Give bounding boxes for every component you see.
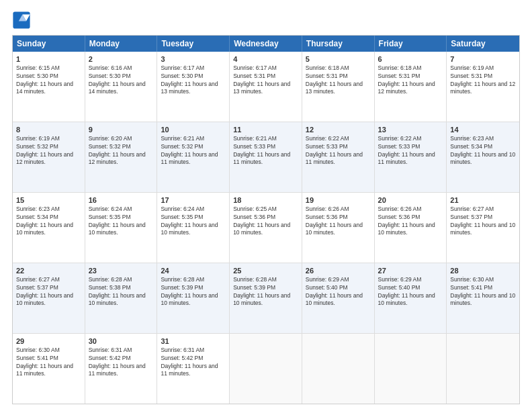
calendar-cell: 24Sunrise: 6:28 AMSunset: 5:39 PMDayligh… — [157, 263, 230, 333]
cell-info: Sunrise: 6:16 AMSunset: 5:30 PMDaylight:… — [89, 64, 146, 95]
cell-info: Sunrise: 6:24 AMSunset: 5:35 PMDaylight:… — [161, 205, 218, 236]
calendar-cell: 2Sunrise: 6:16 AMSunset: 5:30 PMDaylight… — [85, 52, 158, 122]
calendar-cell — [447, 334, 519, 404]
calendar-cell: 22Sunrise: 6:27 AMSunset: 5:37 PMDayligh… — [13, 263, 85, 333]
calendar-row-1: 1Sunrise: 6:15 AMSunset: 5:30 PMDaylight… — [13, 52, 519, 122]
calendar-cell: 17Sunrise: 6:24 AMSunset: 5:35 PMDayligh… — [157, 193, 230, 263]
cell-info: Sunrise: 6:18 AMSunset: 5:31 PMDaylight:… — [378, 64, 435, 95]
cell-info: Sunrise: 6:27 AMSunset: 5:37 PMDaylight:… — [16, 276, 73, 306]
calendar-row-4: 22Sunrise: 6:27 AMSunset: 5:37 PMDayligh… — [13, 263, 519, 334]
calendar-cell: 26Sunrise: 6:29 AMSunset: 5:40 PMDayligh… — [302, 263, 375, 333]
calendar-cell: 8Sunrise: 6:19 AMSunset: 5:32 PMDaylight… — [13, 122, 85, 192]
calendar-cell: 12Sunrise: 6:22 AMSunset: 5:33 PMDayligh… — [302, 122, 375, 192]
calendar-cell: 16Sunrise: 6:24 AMSunset: 5:35 PMDayligh… — [85, 193, 158, 263]
cell-info: Sunrise: 6:26 AMSunset: 5:36 PMDaylight:… — [378, 205, 435, 236]
day-number: 1 — [16, 54, 81, 64]
calendar-cell: 29Sunrise: 6:30 AMSunset: 5:41 PMDayligh… — [13, 334, 85, 404]
day-number: 12 — [306, 125, 371, 134]
calendar-body: 1Sunrise: 6:15 AMSunset: 5:30 PMDaylight… — [13, 52, 519, 404]
header-day-saturday: Saturday — [447, 36, 519, 52]
calendar-cell: 1Sunrise: 6:15 AMSunset: 5:30 PMDaylight… — [13, 52, 85, 122]
calendar-row-5: 29Sunrise: 6:30 AMSunset: 5:41 PMDayligh… — [13, 334, 519, 404]
calendar-cell: 9Sunrise: 6:20 AMSunset: 5:32 PMDaylight… — [85, 122, 158, 192]
cell-info: Sunrise: 6:27 AMSunset: 5:37 PMDaylight:… — [450, 205, 515, 236]
header-day-tuesday: Tuesday — [157, 36, 230, 52]
calendar-cell: 7Sunrise: 6:19 AMSunset: 5:31 PMDaylight… — [447, 52, 519, 122]
calendar-cell: 21Sunrise: 6:27 AMSunset: 5:37 PMDayligh… — [447, 193, 519, 263]
calendar-row-3: 15Sunrise: 6:23 AMSunset: 5:34 PMDayligh… — [13, 193, 519, 263]
calendar-cell: 11Sunrise: 6:21 AMSunset: 5:33 PMDayligh… — [230, 122, 302, 192]
day-number: 25 — [233, 266, 298, 275]
day-number: 23 — [89, 266, 154, 275]
day-number: 24 — [161, 266, 226, 275]
day-number: 8 — [16, 125, 81, 134]
cell-info: Sunrise: 6:24 AMSunset: 5:35 PMDaylight:… — [89, 205, 146, 236]
cell-info: Sunrise: 6:30 AMSunset: 5:41 PMDaylight:… — [450, 276, 515, 306]
cell-info: Sunrise: 6:19 AMSunset: 5:31 PMDaylight:… — [450, 64, 515, 95]
day-number: 10 — [161, 125, 226, 134]
cell-info: Sunrise: 6:23 AMSunset: 5:34 PMDaylight:… — [450, 135, 515, 165]
cell-info: Sunrise: 6:31 AMSunset: 5:42 PMDaylight:… — [89, 347, 146, 377]
cell-info: Sunrise: 6:22 AMSunset: 5:33 PMDaylight:… — [306, 135, 363, 165]
day-number: 15 — [16, 195, 81, 205]
calendar-header: SundayMondayTuesdayWednesdayThursdayFrid… — [13, 36, 519, 52]
day-number: 9 — [89, 125, 154, 134]
day-number: 19 — [306, 195, 371, 205]
logo — [12, 11, 34, 30]
calendar-cell: 5Sunrise: 6:18 AMSunset: 5:31 PMDaylight… — [302, 52, 375, 122]
calendar-cell: 23Sunrise: 6:28 AMSunset: 5:38 PMDayligh… — [85, 263, 158, 333]
cell-info: Sunrise: 6:25 AMSunset: 5:36 PMDaylight:… — [233, 205, 290, 236]
day-number: 26 — [306, 266, 371, 275]
calendar-cell: 18Sunrise: 6:25 AMSunset: 5:36 PMDayligh… — [230, 193, 302, 263]
calendar-cell — [302, 334, 375, 404]
day-number: 11 — [233, 125, 298, 134]
calendar-cell: 25Sunrise: 6:28 AMSunset: 5:39 PMDayligh… — [230, 263, 302, 333]
header-day-sunday: Sunday — [13, 36, 85, 52]
calendar-cell: 20Sunrise: 6:26 AMSunset: 5:36 PMDayligh… — [375, 193, 447, 263]
cell-info: Sunrise: 6:29 AMSunset: 5:40 PMDaylight:… — [306, 276, 363, 306]
cell-info: Sunrise: 6:21 AMSunset: 5:32 PMDaylight:… — [161, 135, 218, 165]
calendar-cell: 14Sunrise: 6:23 AMSunset: 5:34 PMDayligh… — [447, 122, 519, 192]
cell-info: Sunrise: 6:28 AMSunset: 5:38 PMDaylight:… — [89, 276, 146, 306]
logo-icon — [12, 11, 31, 30]
calendar-cell: 10Sunrise: 6:21 AMSunset: 5:32 PMDayligh… — [157, 122, 230, 192]
header-day-wednesday: Wednesday — [230, 36, 302, 52]
day-number: 22 — [16, 266, 81, 275]
calendar-cell: 19Sunrise: 6:26 AMSunset: 5:36 PMDayligh… — [302, 193, 375, 263]
cell-info: Sunrise: 6:17 AMSunset: 5:31 PMDaylight:… — [233, 64, 290, 95]
day-number: 28 — [450, 266, 516, 275]
calendar-cell: 31Sunrise: 6:31 AMSunset: 5:42 PMDayligh… — [157, 334, 230, 404]
day-number: 17 — [161, 195, 226, 205]
day-number: 21 — [450, 195, 516, 205]
cell-info: Sunrise: 6:18 AMSunset: 5:31 PMDaylight:… — [306, 64, 363, 95]
calendar-cell: 13Sunrise: 6:22 AMSunset: 5:33 PMDayligh… — [375, 122, 447, 192]
cell-info: Sunrise: 6:20 AMSunset: 5:32 PMDaylight:… — [89, 135, 146, 165]
header-day-thursday: Thursday — [302, 36, 375, 52]
day-number: 16 — [89, 195, 154, 205]
day-number: 5 — [306, 54, 371, 64]
day-number: 3 — [161, 54, 226, 64]
calendar: SundayMondayTuesdayWednesdayThursdayFrid… — [12, 35, 520, 404]
cell-info: Sunrise: 6:30 AMSunset: 5:41 PMDaylight:… — [16, 347, 73, 377]
calendar-cell: 6Sunrise: 6:18 AMSunset: 5:31 PMDaylight… — [375, 52, 447, 122]
day-number: 7 — [450, 54, 516, 64]
header — [12, 11, 520, 30]
cell-info: Sunrise: 6:22 AMSunset: 5:33 PMDaylight:… — [378, 135, 435, 165]
day-number: 31 — [161, 336, 226, 346]
calendar-cell: 27Sunrise: 6:29 AMSunset: 5:40 PMDayligh… — [375, 263, 447, 333]
calendar-row-2: 8Sunrise: 6:19 AMSunset: 5:32 PMDaylight… — [13, 122, 519, 193]
day-number: 18 — [233, 195, 298, 205]
cell-info: Sunrise: 6:31 AMSunset: 5:42 PMDaylight:… — [161, 347, 218, 377]
day-number: 4 — [233, 54, 298, 64]
cell-info: Sunrise: 6:26 AMSunset: 5:36 PMDaylight:… — [306, 205, 363, 236]
page: SundayMondayTuesdayWednesdayThursdayFrid… — [0, 0, 532, 411]
cell-info: Sunrise: 6:19 AMSunset: 5:32 PMDaylight:… — [16, 135, 73, 165]
calendar-cell: 28Sunrise: 6:30 AMSunset: 5:41 PMDayligh… — [447, 263, 519, 333]
cell-info: Sunrise: 6:21 AMSunset: 5:33 PMDaylight:… — [233, 135, 290, 165]
calendar-cell: 3Sunrise: 6:17 AMSunset: 5:30 PMDaylight… — [157, 52, 230, 122]
day-number: 6 — [378, 54, 443, 64]
calendar-cell — [375, 334, 447, 404]
header-day-friday: Friday — [375, 36, 447, 52]
cell-info: Sunrise: 6:28 AMSunset: 5:39 PMDaylight:… — [233, 276, 290, 306]
day-number: 30 — [89, 336, 154, 346]
